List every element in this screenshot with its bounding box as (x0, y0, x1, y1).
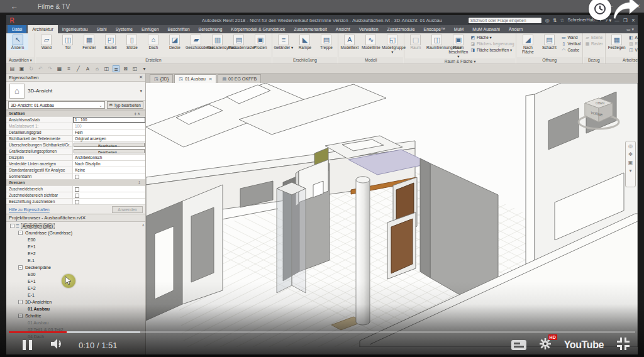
property-value[interactable] (73, 199, 145, 204)
tab-ändern[interactable]: Ändern (504, 25, 528, 33)
wand-button[interactable]: ▭Wand (561, 35, 580, 40)
tree-item-e-1[interactable]: E+1 (6, 243, 145, 250)
property-value[interactable]: Fein (73, 129, 145, 135)
tab-stahl[interactable]: Stahl (92, 25, 111, 33)
type-selector[interactable]: ⌂ 3D-Ansicht ▾ (6, 82, 145, 101)
modellgruppe-button[interactable]: ◱Modellgruppe ▾ (382, 34, 403, 55)
drawing-area[interactable]: VORNE OBEN ◎✥▣▾ (146, 83, 638, 354)
property-value[interactable]: Bearbeiten... (73, 142, 145, 148)
ändern-button[interactable]: ↖Ändern (7, 34, 28, 50)
fassadensystem-button[interactable]: ▥Fassadensystem (207, 34, 228, 50)
default-3d-view-icon[interactable]: ⌂ (94, 65, 101, 72)
tree-item-e-2[interactable]: E+2 (6, 250, 145, 257)
tree-item-3d-ansichten[interactable]: −3D-Ansichten (6, 299, 145, 305)
steering-wheel-icon[interactable]: ◎ (628, 143, 633, 149)
nav-more-icon[interactable]: ▾ (629, 168, 631, 173)
fassadenraster-button[interactable]: ▤Fassadenraster (228, 34, 250, 50)
tree-item-grundrisse-grundrisse[interactable]: −Grundrisse (Grundrisse) (6, 229, 145, 236)
property-value[interactable] (73, 192, 145, 198)
measure-icon[interactable]: ≡ (65, 65, 72, 72)
tree-item-e00[interactable]: E00 (6, 236, 145, 243)
tree-expander-icon[interactable]: − (18, 265, 23, 270)
thin-lines-icon[interactable]: ≣ (113, 65, 119, 72)
share-button[interactable] (613, 0, 640, 23)
viewcube[interactable]: VORNE OBEN (576, 94, 621, 133)
pause-button[interactable] (23, 340, 32, 350)
tree-item-deckenpläne[interactable]: −Deckenpläne (6, 264, 145, 271)
stütze-button[interactable]: ▯Stütze (121, 34, 143, 50)
tree-item-01-ausbau[interactable]: 01 Ausbau (6, 319, 145, 326)
property-value[interactable] (73, 173, 145, 179)
fenster-button[interactable]: ▦Fenster (79, 34, 100, 50)
view-tab-01-ausbau[interactable]: ◳01 Ausbau✕ (174, 74, 216, 83)
print-icon[interactable]: ▦ (56, 65, 63, 72)
infocenter-search-input[interactable] (468, 17, 542, 24)
open-icon[interactable]: ▤ (9, 65, 16, 72)
tab-datei[interactable]: Datei (8, 25, 26, 33)
modelllinie-button[interactable]: ∿Modelllinie (360, 34, 382, 50)
bearbeiten-button[interactable]: Bearbeiten... (74, 143, 145, 147)
tree-item-e-2[interactable]: E+2 (6, 285, 145, 292)
aligned-dimension-icon[interactable]: ╱ (75, 65, 82, 72)
bearbeiten-button[interactable]: Bearbeiten... (74, 149, 145, 153)
edit-type-button[interactable]: ⊞ Typ bearbeiten (107, 101, 143, 109)
tree-expander-icon[interactable]: − (10, 224, 14, 228)
video-frame[interactable]: R Autodesk Revit 2018 - Nicht für den Wi… (0, 13, 644, 357)
property-value[interactable]: Original anzeigen (73, 136, 145, 141)
raum-beschriften-button[interactable]: ▣Raum beschriften ▾ (448, 34, 469, 58)
fläche-beschriften-button[interactable]: ◨Fläche beschriften ▾ (470, 47, 514, 53)
property-value[interactable] (73, 186, 145, 192)
section-collapse-icon[interactable]: ‡ (138, 180, 145, 185)
chevron-down-icon[interactable]: ▾ (140, 89, 142, 94)
checkbox[interactable] (75, 200, 79, 204)
checkbox[interactable] (75, 187, 79, 192)
properties-help-link[interactable]: Hilfe zu Eigenschaften (9, 207, 50, 212)
tab-einfügen[interactable]: Einfügen (137, 25, 164, 33)
revit-logo-icon[interactable]: R (6, 17, 18, 24)
tab-zusatzmodule[interactable]: Zusatzmodule (383, 25, 419, 33)
pfosten-button[interactable]: ▣Pfosten (250, 34, 271, 50)
bauteil-button[interactable]: ◰Bauteil (100, 34, 121, 50)
tab-ingenieurbau[interactable]: Ingenieurbau (58, 25, 92, 33)
qat-more-icon[interactable]: ▾ (141, 65, 148, 72)
navigation-bar[interactable]: ◎✥▣▾ (625, 141, 636, 187)
tree-item-e-1[interactable]: E+1 (6, 278, 145, 285)
gaube-button[interactable]: ◠Gaube (561, 47, 580, 53)
tab-körpermodell-grundstück[interactable]: Körpermodell & Grundstück (226, 25, 289, 33)
wand-button[interactable]: ▱Wand (36, 34, 57, 50)
tree-item-schnitte[interactable]: −Schnitte (6, 312, 145, 319)
rampe-button[interactable]: ◣Rampe (294, 34, 316, 50)
exit-fullscreen-button[interactable] (616, 337, 630, 353)
tab-zusammenarbeit[interactable]: Zusammenarbeit (289, 25, 331, 33)
vertikal-button[interactable]: ▯Vertikal (561, 41, 580, 47)
tab-verwalten[interactable]: Verwalten (355, 25, 383, 33)
tree-expander-icon[interactable]: − (18, 300, 23, 304)
save-icon[interactable]: ▣ (18, 65, 25, 72)
schacht-button[interactable]: ▤Schacht (538, 34, 560, 50)
tab-enscape[interactable]: Enscape™ (419, 25, 450, 33)
property-value[interactable]: 1 : 100 (73, 117, 145, 123)
checkbox[interactable] (75, 175, 79, 179)
tab-mum[interactable]: MuM (450, 25, 469, 33)
instance-selector[interactable]: 3D-Ansicht: 01 Ausbau ⌄ (8, 101, 105, 109)
back-button[interactable]: ← (0, 2, 29, 11)
youtube-logo[interactable]: YouTube (564, 339, 604, 351)
tree-item-01-ausbau[interactable]: 01 Ausbau (6, 305, 145, 312)
tab-ansicht[interactable]: Ansicht (331, 25, 355, 33)
tab-berechnung[interactable]: Berechnung (194, 25, 227, 33)
tree-item-e00[interactable]: E00 (6, 271, 145, 278)
section-icon[interactable]: ◫ (103, 65, 110, 72)
captions-button[interactable] (511, 340, 526, 350)
text-icon[interactable]: A (84, 65, 91, 72)
pan-icon[interactable]: ✥ (628, 151, 633, 157)
tree-expander-icon[interactable]: − (18, 314, 23, 318)
property-value[interactable]: Bearbeiten... (73, 148, 145, 154)
view-tab-00-eg-okffb[interactable]: ▤00 EG OKFFB (218, 74, 261, 83)
properties-close-icon[interactable]: ✕ (139, 75, 143, 80)
tab-mum-auswahl[interactable]: MuM Auswahl (468, 25, 504, 33)
close-view-tab-icon[interactable]: ✕ (209, 77, 212, 82)
tab-beschriften[interactable]: Beschriften (164, 25, 194, 33)
fläche-button[interactable]: ◩Fläche ▾ (470, 35, 514, 40)
search-icon[interactable]: ◎ (545, 18, 550, 23)
viewer-button[interactable]: ◫Viewer (629, 47, 638, 53)
